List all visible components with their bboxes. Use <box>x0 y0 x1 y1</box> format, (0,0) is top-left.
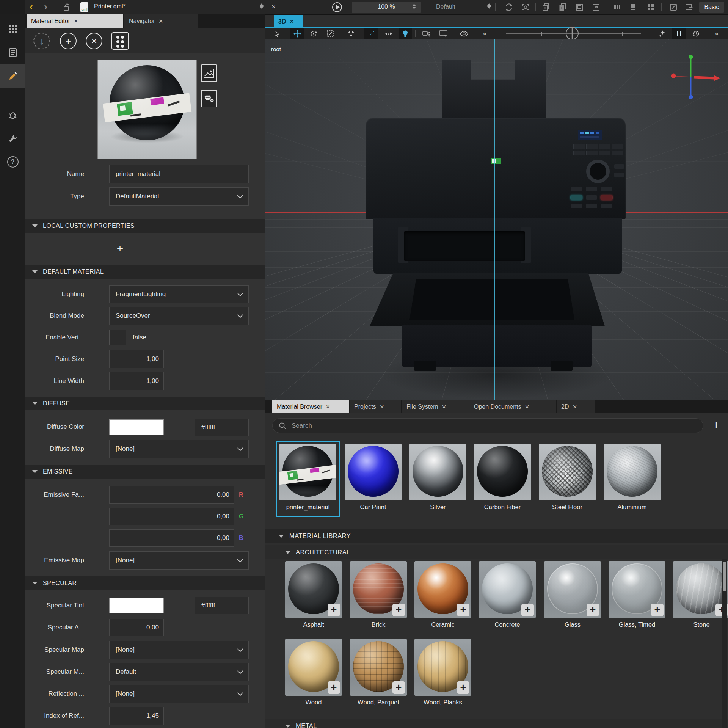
line-width-input[interactable]: 1,00 <box>109 372 164 390</box>
material-tile-silver[interactable]: Silver <box>410 444 466 511</box>
add-library-material-button[interactable]: + <box>587 604 599 616</box>
sync-env-button[interactable] <box>655 28 669 39</box>
add-material-button[interactable]: + <box>710 419 723 431</box>
frame-sync-icon[interactable] <box>521 3 530 12</box>
debug-mode-button[interactable] <box>0 103 25 127</box>
close-icon[interactable]: × <box>290 18 293 25</box>
close-icon[interactable]: × <box>326 403 330 411</box>
material-tile-aluminium[interactable]: Aluminium <box>604 444 661 511</box>
library-tile-glass-tinted[interactable]: + Glass, Tinted <box>609 561 665 628</box>
emissive-map-dropdown[interactable]: [None] <box>109 551 249 570</box>
tab-navigator[interactable]: Navigator × <box>124 14 198 28</box>
specular-map-dropdown[interactable]: [None] <box>109 641 249 659</box>
emissive-factor-r-input[interactable]: 0,00 <box>109 486 234 504</box>
more-tools-button[interactable]: » <box>478 28 491 39</box>
add-custom-property-button[interactable]: + <box>110 239 130 259</box>
columns-view-icon[interactable] <box>613 3 622 12</box>
more-viewport-button[interactable]: » <box>710 28 723 39</box>
library-tile-concrete[interactable]: + Concrete <box>479 561 536 628</box>
rotate-tool-button[interactable] <box>307 28 320 39</box>
library-tile-wood-planks[interactable]: + Wood, Planks <box>414 639 471 706</box>
zoom-level-field[interactable]: 100 % <box>352 2 421 13</box>
library-tile-asphalt[interactable]: + Asphalt <box>285 561 342 628</box>
diffuse-color-hex-field[interactable]: #ffffff <box>195 419 249 436</box>
material-tile-carbon-fiber[interactable]: Carbon Fiber <box>474 444 531 511</box>
close-icon[interactable]: × <box>74 17 78 25</box>
help-button[interactable]: ? <box>0 150 25 174</box>
diffuse-color-swatch[interactable] <box>109 419 164 435</box>
diffuse-map-dropdown[interactable]: [None] <box>109 440 249 458</box>
forward-icon[interactable]: › <box>44 2 47 12</box>
viewport-view-button[interactable] <box>436 28 450 39</box>
close-icon[interactable]: × <box>158 17 163 25</box>
grid-view-icon[interactable] <box>646 3 655 12</box>
section-material-library[interactable]: MATERIAL LIBRARY <box>265 529 728 543</box>
copy-state-icon[interactable] <box>541 3 551 12</box>
design-mode-button[interactable] <box>0 64 25 88</box>
library-tile-ceramic[interactable]: + Ceramic <box>414 561 471 628</box>
tools-mode-button[interactable] <box>0 127 25 150</box>
compare-split-icon[interactable] <box>566 27 579 40</box>
rows-view-icon[interactable] <box>629 3 638 12</box>
workspace-select[interactable]: Default <box>436 3 455 10</box>
outline-square-icon[interactable] <box>575 3 584 12</box>
close-icon[interactable]: × <box>525 403 529 411</box>
style-selector[interactable]: Basic <box>699 2 724 13</box>
add-library-material-button[interactable]: + <box>457 681 469 694</box>
document-stepper[interactable] <box>259 3 264 9</box>
library-tile-brick[interactable]: + Brick <box>350 561 407 628</box>
type-dropdown[interactable]: DefaultMaterial <box>109 187 249 206</box>
edit-mode-button[interactable] <box>0 41 25 64</box>
move-tool-button[interactable] <box>290 28 304 39</box>
tab-projects[interactable]: Projects × <box>350 400 401 413</box>
enable-vertex-checkbox[interactable] <box>109 330 126 345</box>
scrollbar-thumb[interactable] <box>723 562 726 592</box>
add-library-material-button[interactable]: + <box>392 681 405 694</box>
close-icon[interactable]: × <box>573 403 577 411</box>
emissive-factor-b-input[interactable]: 0,00 <box>109 529 234 547</box>
library-tile-wood[interactable]: + Wood <box>285 639 342 706</box>
tab-file-system[interactable]: File System × <box>402 400 469 413</box>
preview-model-button[interactable] <box>201 90 217 107</box>
tab-material-editor[interactable]: Material Editor × <box>27 14 123 28</box>
close-icon[interactable]: × <box>442 403 446 411</box>
add-library-material-button[interactable]: + <box>328 681 340 694</box>
tab-2d[interactable]: 2D × <box>557 400 595 413</box>
scale-tool-button[interactable] <box>323 28 337 39</box>
material-preview[interactable] <box>97 60 197 159</box>
section-default-material[interactable]: DEFAULT MATERIAL <box>25 265 265 279</box>
outline-square-sync-icon[interactable] <box>592 3 601 12</box>
blend-mode-dropdown[interactable]: SourceOver <box>109 307 249 325</box>
welcome-mode-button[interactable] <box>0 17 25 41</box>
specular-amount-input[interactable]: 0,00 <box>109 619 164 636</box>
add-library-material-button[interactable]: + <box>457 604 469 616</box>
specular-tint-swatch[interactable] <box>109 598 164 613</box>
workspace-sync-icon[interactable] <box>504 3 513 12</box>
unlock-icon[interactable] <box>63 3 71 11</box>
emissive-factor-g-input[interactable]: 0,00 <box>109 508 234 525</box>
add-library-material-button[interactable]: + <box>521 604 534 616</box>
visibility-button[interactable] <box>457 28 471 39</box>
section-diffuse[interactable]: DIFFUSE <box>25 397 265 410</box>
material-tile-car-paint[interactable]: Car Paint <box>345 444 402 511</box>
camera-mode-button[interactable] <box>420 28 433 39</box>
section-architectural[interactable]: ARCHITECTURAL <box>265 545 728 559</box>
material-tile-steel-floor[interactable]: Steel Floor <box>539 444 596 511</box>
add-library-material-button[interactable]: + <box>392 604 405 616</box>
add-library-material-button[interactable]: + <box>651 604 664 616</box>
pause-particles-button[interactable] <box>672 28 686 39</box>
specular-tint-hex-field[interactable]: #ffffff <box>195 597 249 614</box>
material-tile-printer-material[interactable]: printer_material <box>279 444 336 511</box>
delete-material-button[interactable]: × <box>86 33 102 49</box>
section-metal[interactable]: METAL <box>265 719 728 728</box>
open-material-browser-button[interactable] <box>111 32 129 50</box>
create-material-button[interactable]: + <box>60 33 77 49</box>
snap-toggle-button[interactable] <box>364 28 378 39</box>
reset-view-button[interactable] <box>689 28 703 39</box>
reflection-map-dropdown[interactable]: [None] <box>109 685 249 703</box>
zoom-stepper[interactable] <box>412 3 416 10</box>
preview-environment-button[interactable] <box>201 64 217 82</box>
point-size-input[interactable]: 1,00 <box>109 350 164 368</box>
apply-to-selected-button[interactable]: ↓ <box>33 33 50 49</box>
search-bar[interactable] <box>272 418 703 433</box>
